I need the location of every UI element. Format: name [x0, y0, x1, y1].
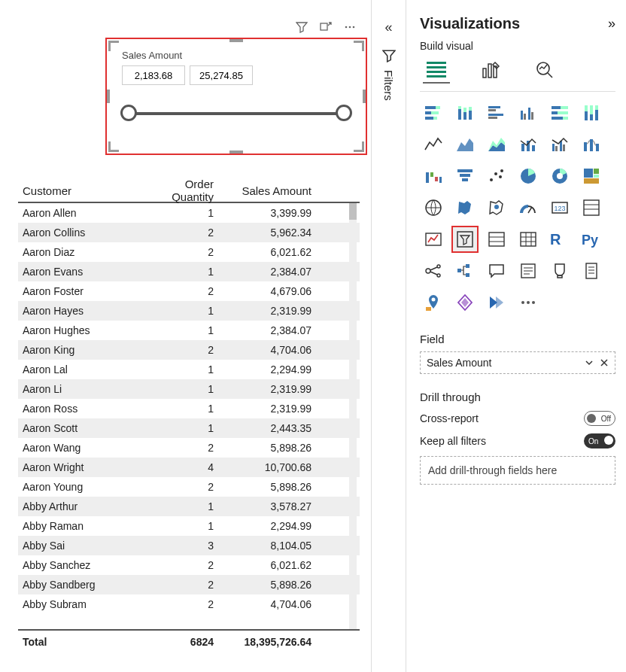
resize-handle[interactable] — [229, 151, 243, 154]
tab-build-visual[interactable] — [423, 56, 450, 84]
table-row[interactable]: Abby Arthur13,578.27 — [18, 497, 360, 516]
viz-type-pie[interactable] — [515, 163, 542, 190]
col-customer[interactable]: Customer — [18, 184, 146, 197]
table-row[interactable]: Aaron Wright410,700.68 — [18, 458, 360, 477]
tab-format-visual[interactable] — [477, 56, 504, 84]
viz-type-waterfall[interactable] — [420, 163, 447, 190]
table-row[interactable]: Aaron Hughes12,384.07 — [18, 321, 360, 340]
viz-type-stacked-column[interactable] — [451, 99, 479, 126]
tab-analytics[interactable] — [531, 56, 558, 84]
scrollbar[interactable] — [349, 203, 357, 629]
viz-type-matrix[interactable] — [515, 226, 542, 253]
table-row[interactable]: Aaron Lal12,294.99 — [18, 360, 360, 379]
col-sales-amount[interactable]: Sales Amount — [221, 184, 319, 197]
viz-type-py-visual[interactable]: Py — [578, 226, 605, 253]
viz-type-funnel[interactable] — [451, 163, 479, 190]
viz-type-key-influencers[interactable] — [420, 257, 447, 284]
viz-type-clustered-bar[interactable] — [483, 99, 510, 126]
slicer-visual[interactable]: Sales Amount — [105, 38, 367, 155]
viz-type-multi-row-card[interactable] — [578, 194, 605, 221]
viz-type-azure-map[interactable] — [483, 194, 510, 221]
filters-icon[interactable] — [382, 49, 396, 62]
viz-type-hundred-stacked-bar[interactable] — [546, 99, 573, 126]
report-canvas[interactable]: Sales Amount Customer Order Quantity Sal… — [0, 0, 372, 672]
resize-handle[interactable] — [108, 41, 119, 51]
viz-type-treemap[interactable] — [578, 163, 605, 190]
table-row[interactable]: Aaron Collins25,962.34 — [18, 223, 360, 242]
viz-type-line-stacked-column[interactable] — [515, 131, 542, 158]
viz-type-arcgis[interactable] — [420, 289, 447, 316]
table-row[interactable]: Aaron Scott12,443.35 — [18, 418, 360, 438]
table-row[interactable]: Abby Sai38,104.05 — [18, 536, 360, 555]
table-row[interactable]: Abby Raman12,294.99 — [18, 516, 360, 536]
table-row[interactable]: Aaron Foster24,679.06 — [18, 281, 360, 301]
viz-type-decomposition-tree[interactable] — [451, 257, 479, 284]
scrollbar-thumb[interactable] — [349, 203, 357, 220]
viz-type-scatter[interactable] — [483, 163, 510, 190]
table-row[interactable]: Aaron Wang25,898.26 — [18, 438, 360, 458]
viz-type-paginated-report[interactable] — [578, 257, 605, 284]
filter-icon[interactable] — [296, 21, 308, 33]
table-row[interactable]: Abby Sandberg25,898.26 — [18, 575, 360, 594]
filters-pane-collapsed[interactable]: « Filters — [372, 0, 406, 672]
slicer-min-input[interactable] — [122, 65, 185, 85]
keep-filters-toggle[interactable]: On — [584, 433, 615, 449]
col-order-qty[interactable]: Order Quantity — [146, 178, 221, 203]
table-row[interactable]: Aaron Hayes12,319.99 — [18, 301, 360, 321]
viz-type-ribbon[interactable] — [578, 131, 605, 158]
resize-handle[interactable] — [354, 41, 364, 51]
viz-type-power-automate[interactable] — [483, 289, 510, 316]
field-well[interactable]: Sales Amount — [420, 351, 615, 374]
viz-type-gauge[interactable] — [515, 194, 542, 221]
table-row[interactable]: Aaron Ross12,319.99 — [18, 399, 360, 418]
expand-filters-icon[interactable]: « — [372, 20, 406, 35]
table-row[interactable]: Aaron Allen13,399.99 — [18, 203, 360, 223]
viz-type-kpi[interactable] — [420, 226, 447, 253]
cross-report-toggle[interactable]: Off — [584, 411, 615, 426]
resize-handle[interactable] — [108, 141, 119, 152]
viz-type-smart-narrative[interactable] — [515, 257, 542, 284]
viz-type-filled-map[interactable] — [451, 194, 479, 221]
svg-point-1 — [345, 26, 348, 29]
slicer-max-input[interactable] — [190, 65, 253, 85]
viz-type-line[interactable] — [420, 131, 447, 158]
table-row[interactable]: Aaron Diaz26,021.62 — [18, 242, 360, 262]
viz-type-power-apps[interactable] — [451, 289, 479, 316]
viz-type-qa[interactable] — [483, 257, 510, 284]
table-row[interactable]: Aaron Young25,898.26 — [18, 477, 360, 497]
table-row[interactable]: Aaron Evans12,384.07 — [18, 262, 360, 281]
viz-type-line-clustered-column[interactable] — [546, 131, 573, 158]
resize-handle[interactable] — [107, 90, 110, 103]
viz-type-area[interactable] — [451, 131, 479, 158]
focus-mode-icon[interactable] — [320, 21, 332, 33]
viz-type-hundred-stacked-column[interactable] — [578, 99, 605, 126]
viz-type-goals[interactable] — [546, 257, 573, 284]
slider-handle-max[interactable] — [336, 105, 352, 121]
viz-type-stacked-bar[interactable] — [420, 99, 447, 126]
viz-type-clustered-column[interactable] — [515, 99, 542, 126]
remove-field-icon[interactable] — [600, 358, 609, 367]
viz-type-r-visual[interactable]: R — [546, 226, 573, 253]
viz-type-map[interactable] — [420, 194, 447, 221]
viz-type-donut[interactable] — [546, 163, 573, 190]
table-row[interactable]: Abby Sanchez26,021.62 — [18, 555, 360, 575]
resize-handle[interactable] — [229, 39, 243, 42]
more-options-icon[interactable] — [344, 21, 356, 33]
viz-type-stacked-area[interactable] — [483, 131, 510, 158]
resize-handle[interactable] — [354, 141, 364, 152]
table-row[interactable]: Aaron Li12,319.99 — [18, 379, 360, 399]
viz-type-table[interactable] — [483, 226, 510, 253]
viz-type-more[interactable] — [515, 289, 542, 316]
drillthrough-drop-well[interactable]: Add drill-through fields here — [420, 456, 615, 485]
resize-handle[interactable] — [363, 90, 366, 103]
viz-type-card[interactable]: 123 — [546, 194, 573, 221]
chevron-down-icon[interactable] — [585, 358, 594, 367]
expand-viz-icon[interactable]: » — [608, 16, 615, 32]
table-visual[interactable]: Customer Order Quantity Sales Amount Aar… — [18, 181, 360, 653]
svg-rect-37 — [563, 117, 568, 120]
table-row[interactable]: Abby Subram24,704.06 — [18, 594, 360, 614]
table-row[interactable]: Aaron King24,704.06 — [18, 340, 360, 360]
slicer-slider[interactable] — [128, 105, 345, 123]
viz-type-slicer[interactable] — [451, 226, 479, 253]
slider-handle-min[interactable] — [120, 105, 137, 121]
